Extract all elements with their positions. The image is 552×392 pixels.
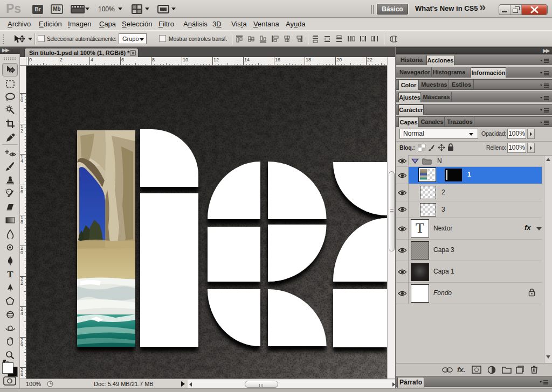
svg-text:T: T <box>7 270 13 279</box>
